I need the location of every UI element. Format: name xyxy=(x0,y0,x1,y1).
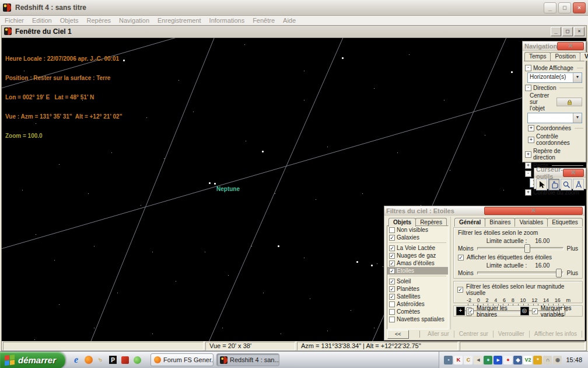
mark-binaries-checkbox[interactable]: ✓ xyxy=(468,308,474,314)
checkbox[interactable]: ✓ xyxy=(389,261,395,266)
internet-explorer-icon[interactable]: e xyxy=(71,355,81,365)
minimize-button[interactable]: _ xyxy=(544,2,556,13)
checkbox[interactable]: ✓ xyxy=(389,286,395,292)
list-item-soleil[interactable]: ✓Soleil xyxy=(387,277,448,285)
checkbox[interactable]: ✓ xyxy=(389,245,395,251)
start-button[interactable]: démarrer xyxy=(0,352,65,368)
checkbox[interactable]: ✓ xyxy=(389,279,395,284)
section-repere-de-direction[interactable]: + Repère de direction xyxy=(525,148,583,161)
slider-thumb[interactable] xyxy=(556,269,562,277)
gold-tray-icon[interactable]: * xyxy=(533,356,542,364)
sky-maximize-button[interactable]: □ xyxy=(562,27,573,36)
tab-vue[interactable]: Vue xyxy=(580,52,588,61)
slider-thumb[interactable] xyxy=(524,244,530,253)
checkbox[interactable]: ✓ xyxy=(389,268,395,274)
tab-temps[interactable]: Temps xyxy=(524,52,551,61)
object-dropdown[interactable]: ▼ xyxy=(527,113,582,123)
cursor-tools-close-icon[interactable]: ✕ xyxy=(563,169,584,177)
display-tray-icon[interactable]: ▪ xyxy=(444,356,453,364)
angle-measure-icon[interactable] xyxy=(573,179,584,190)
security-tray-icon[interactable]: ◆ xyxy=(513,356,522,364)
checkbox[interactable] xyxy=(389,317,395,322)
codec-tray-icon[interactable]: C xyxy=(464,356,473,364)
footer-button-afficher-les-infos[interactable]: Afficher les infos xyxy=(530,331,582,338)
expand-icon[interactable]: + xyxy=(525,162,531,169)
mark-variables-checkbox[interactable]: ✓ xyxy=(532,308,538,314)
filters-dialog-titlebar[interactable]: Filtres du ciel : Etoiles ✕ xyxy=(384,206,584,216)
speaker-tray-icon[interactable]: ◄ xyxy=(474,356,482,364)
list-item-non-visibles[interactable]: Non visibles xyxy=(387,226,448,234)
player-tray-icon[interactable]: ▸ xyxy=(494,356,502,364)
checkbox[interactable]: ✓ xyxy=(389,294,395,300)
footer-button-verrouiller[interactable]: Verrouiller xyxy=(494,331,530,338)
select-arrow-icon[interactable] xyxy=(536,179,547,190)
magnitude-filter-checkbox[interactable]: ✓ xyxy=(457,287,463,293)
navigation-panel-titlebar[interactable]: Navigation ✕ xyxy=(523,41,586,51)
power-tray-icon[interactable]: ◉ xyxy=(553,356,562,364)
tab-etiquettes[interactable]: Etiquettes xyxy=(547,218,582,227)
chevron-down-icon[interactable]: ▼ xyxy=(573,113,582,123)
section-coordonnees[interactable]: + Coordonnées xyxy=(528,125,583,131)
list-item-aste-roi-des[interactable]: Astéroïdes xyxy=(387,300,448,308)
player-icon[interactable]: P xyxy=(108,355,118,365)
chevron-down-icon[interactable]: ▼ xyxy=(573,73,582,82)
list-item-galaxies[interactable]: ✓Galaxies xyxy=(387,234,448,241)
key-icon[interactable]: ♀ xyxy=(94,353,108,367)
neptune-dot[interactable] xyxy=(214,183,216,185)
list-item-la-voie-lacte-e[interactable]: ✓La Voie Lactée xyxy=(387,244,448,252)
maximize-button[interactable]: □ xyxy=(558,2,571,13)
alert-tray-icon[interactable]: ● xyxy=(503,356,512,364)
collapse-dialog-button[interactable]: << xyxy=(387,330,409,339)
menu-item-repe-res[interactable]: Repères xyxy=(86,17,111,24)
checkbox[interactable] xyxy=(389,227,395,233)
menu-item-fene-tre[interactable]: Fenêtre xyxy=(253,17,275,24)
tab-ge-ne-ral[interactable]: Général xyxy=(454,218,485,227)
section-controle-coordonnees[interactable]: + Contrôle coordonnées xyxy=(528,133,583,146)
section-direction[interactable]: - Direction xyxy=(525,85,583,91)
menu-item-edition[interactable]: Edition xyxy=(32,17,52,24)
globe-tray-icon[interactable]: ● xyxy=(484,356,492,364)
tab-objets[interactable]: Objets xyxy=(388,218,416,227)
close-button[interactable]: ✕ xyxy=(573,2,586,13)
task-button-redshift[interactable]: Redshift 4 : san... xyxy=(216,353,279,366)
collapse-icon[interactable]: - xyxy=(525,65,531,71)
firefox-icon[interactable] xyxy=(83,355,93,365)
expand-icon[interactable]: + xyxy=(525,151,531,158)
menu-item-enregistrement[interactable]: Enregistrement xyxy=(158,17,201,24)
checkbox[interactable] xyxy=(389,309,395,315)
zoom-filter-slider[interactable] xyxy=(477,247,564,250)
collapse-icon[interactable]: - xyxy=(525,171,531,177)
zoom-lens-icon[interactable] xyxy=(561,179,572,190)
checkbox[interactable]: ✓ xyxy=(389,253,395,259)
menu-item-fichier[interactable]: Fichier xyxy=(5,17,24,24)
expand-icon[interactable]: + xyxy=(528,137,534,143)
sky-minimize-button[interactable]: _ xyxy=(551,27,561,36)
list-item-plane-tes[interactable]: ✓Planètes xyxy=(387,285,448,293)
binary-marker-icon[interactable]: + xyxy=(456,307,465,315)
lock-icon[interactable] xyxy=(556,98,582,106)
menu-item-aide[interactable]: Aide xyxy=(283,17,296,24)
wifi-tray-icon[interactable]: ∩ xyxy=(543,356,552,364)
menu-item-objets[interactable]: Objets xyxy=(60,17,79,24)
list-item-amas-d-e-toiles[interactable]: ✓Amas d'étoiles xyxy=(387,259,448,267)
collapse-icon[interactable]: - xyxy=(525,85,531,91)
menu-item-navigation[interactable]: Navigation xyxy=(119,17,149,24)
sky-window-titlebar[interactable]: Fenêtre du Ciel 1 _ □ × xyxy=(2,26,586,38)
variable-marker-icon[interactable]: ◎ xyxy=(520,307,529,315)
footer-button-aller-sur[interactable]: Aller sur xyxy=(423,331,454,338)
list-item-nuages-de-gaz[interactable]: ✓Nuages de gaz xyxy=(387,252,448,259)
expand-icon[interactable]: + xyxy=(525,189,531,196)
neptune-label[interactable]: Neptune xyxy=(216,186,240,192)
navigation-close-icon[interactable]: ✕ xyxy=(557,42,584,50)
menu-item-informations[interactable]: Informations xyxy=(209,17,245,24)
list-item-come-tes[interactable]: Comètes xyxy=(387,308,448,315)
list-item-navettes-spatiales[interactable]: Navettes spatiales xyxy=(387,315,448,323)
labels-slider[interactable] xyxy=(477,272,564,275)
sky-close-button[interactable]: × xyxy=(574,27,584,36)
list-item-etoiles[interactable]: ✓Etoiles xyxy=(387,267,448,275)
pan-hand-icon[interactable] xyxy=(548,179,559,190)
kaspersky-tray-icon[interactable]: K xyxy=(454,356,463,364)
checkbox[interactable] xyxy=(389,301,395,307)
mail-icon[interactable] xyxy=(120,355,130,365)
messenger-icon[interactable] xyxy=(132,355,142,365)
